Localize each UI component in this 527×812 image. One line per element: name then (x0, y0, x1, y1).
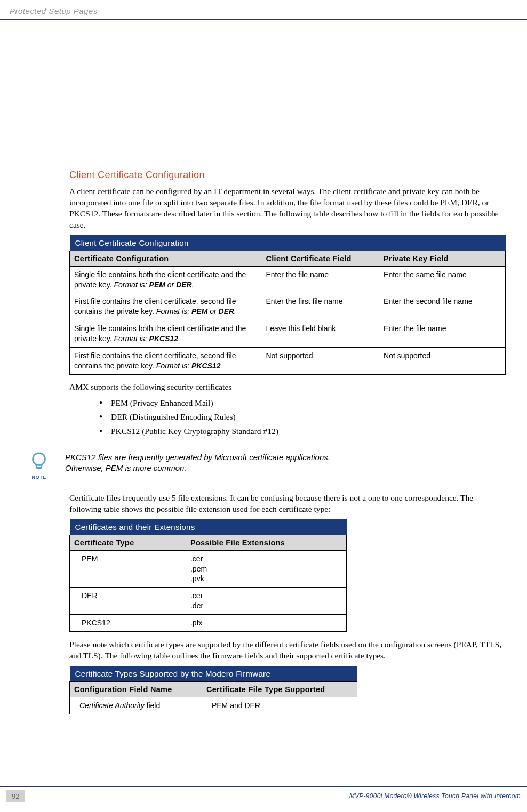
table2-caption: Certificates and their Extensions (70, 519, 347, 535)
table-row: First file contains the client certifica… (70, 293, 506, 320)
table1-r0c0: Single file contains both the client cer… (70, 266, 261, 293)
table1-header-1: Client Certificate Field (261, 251, 379, 266)
client-cert-config-table: Client Certificate Configuration Certifi… (69, 235, 506, 375)
table2-r2-ext: .pfx (186, 615, 346, 632)
table1-r1c2: Enter the second file name (379, 293, 506, 320)
cert-intro: AMX supports the following security cert… (69, 382, 506, 392)
table1-r1c1: Enter the first file name (261, 293, 379, 320)
list-item: PEM (Privacy Enhanced Mail) (99, 396, 506, 410)
table2-r2-type: PKCS12 (70, 615, 186, 632)
table1-r0c2: Enter the same file name (379, 266, 506, 293)
fw-intro: Please note which certificate types are … (69, 639, 506, 662)
table3-caption: Certificate Types Supported by the Moder… (70, 666, 357, 682)
table1-header-0: Certificate Configuration (70, 251, 261, 266)
table1-r3c0: First file contains the client certifica… (70, 348, 261, 375)
table3-r0-type: PEM and DER (202, 697, 357, 714)
table-row: First file contains the client certifica… (70, 348, 506, 375)
list-item: PKCS12 (Public Key Cryptography Standard… (99, 424, 506, 438)
section-intro: A client certificate can be configured b… (69, 186, 506, 231)
table2-header-0: Certificate Type (70, 535, 186, 550)
ext-intro: Certificate files frequently use 5 file … (69, 493, 506, 515)
firmware-cert-types-table: Certificate Types Supported by the Moder… (69, 666, 357, 714)
table1-header-2: Private Key Field (379, 251, 506, 266)
section-title: Client Certificate Configuration (69, 170, 506, 181)
cert-list: PEM (Privacy Enhanced Mail) DER (Disting… (69, 396, 506, 438)
product-name: MVP-9000i Modero® Wireless Touch Panel w… (349, 787, 521, 802)
page-footer: 92 MVP-9000i Modero® Wireless Touch Pane… (0, 786, 527, 802)
table2-header-1: Possible File Extensions (186, 535, 346, 550)
table-row: DER .cer .der (70, 588, 347, 615)
table2-r0-type: PEM (70, 550, 186, 588)
note-block: NOTE PKCS12 files are frequently generat… (28, 451, 506, 480)
note-label: NOTE (28, 475, 50, 480)
table2-r1-ext: .cer .der (186, 588, 346, 615)
table3-header-0: Configuration Field Name (70, 681, 202, 697)
page-header: Protected Setup Pages (0, 0, 527, 20)
note-icon-wrap: NOTE (28, 451, 50, 480)
cert-extensions-table: Certificates and their Extensions Certif… (69, 519, 347, 632)
table1-r2c2: Enter the file name (379, 320, 506, 348)
table3-header-1: Certificate File Type Supported (202, 681, 357, 697)
table-row: Single file contains both the client cer… (70, 266, 506, 293)
table-row: Single file contains both the client cer… (70, 320, 506, 348)
svg-point-0 (33, 453, 45, 465)
table-row: Certificate Authority field PEM and DER (70, 697, 357, 714)
page-number: 92 (6, 790, 25, 802)
lightbulb-icon (29, 451, 49, 471)
table1-r0c1: Enter the file name (261, 266, 379, 293)
list-item: DER (Distinguished Encoding Rules) (99, 410, 506, 424)
table1-r1c0: First file contains the client certifica… (70, 293, 261, 320)
table3-r0-name: Certificate Authority field (70, 697, 202, 714)
table1-r2c1: Leave this field blank (261, 320, 379, 348)
table-row: PKCS12 .pfx (70, 615, 347, 632)
page-content: Client Certificate Configuration A clien… (0, 20, 527, 714)
table1-r2c0: Single file contains both the client cer… (70, 320, 261, 348)
note-text: PKCS12 files are frequently generated by… (65, 451, 330, 474)
table1-caption: Client Certificate Configuration (70, 235, 506, 251)
table1-r3c1: Not supported (261, 348, 379, 375)
header-title: Protected Setup Pages (10, 6, 98, 15)
table1-r3c2: Not supported (379, 348, 506, 375)
table2-r1-type: DER (70, 588, 186, 615)
table2-r0-ext: .cer .pem .pvk (186, 550, 346, 588)
table-row: PEM .cer .pem .pvk (70, 550, 347, 588)
